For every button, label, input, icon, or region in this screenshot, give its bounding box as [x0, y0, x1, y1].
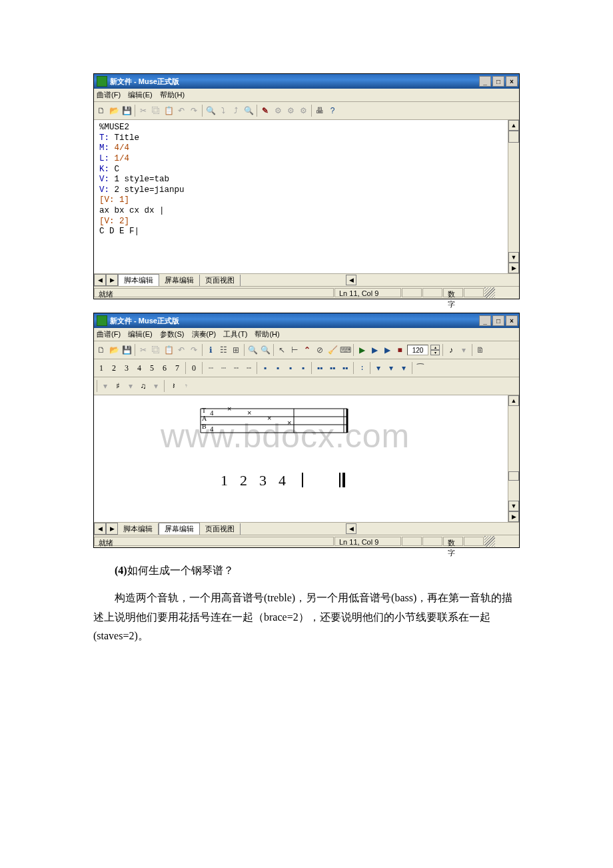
- scroll-thumb[interactable]: [508, 471, 519, 481]
- num4-button[interactable]: 4: [134, 363, 145, 373]
- menu-tools[interactable]: 工具(T): [223, 330, 247, 338]
- menu-help[interactable]: 帮助(H): [160, 91, 185, 99]
- menu-file[interactable]: 曲谱(F): [97, 330, 121, 338]
- under2-icon[interactable]: ▾: [386, 363, 396, 373]
- num5-button[interactable]: 5: [147, 363, 157, 373]
- titlebar[interactable]: 新文件 - Muse正式版 _ □ ×: [94, 313, 519, 328]
- tab-page-view[interactable]: 页面视图: [200, 523, 241, 535]
- tab-next-button[interactable]: ▶: [106, 523, 118, 535]
- tab-screen-edit[interactable]: 屏幕编辑: [159, 275, 200, 286]
- num2-button[interactable]: 2: [109, 363, 119, 373]
- rest-icon[interactable]: 𝄾: [180, 381, 191, 391]
- dropdown-icon[interactable]: ▾: [151, 381, 161, 391]
- dur2-icon[interactable]: ▪: [273, 363, 283, 373]
- erase-icon[interactable]: 🧹: [327, 345, 338, 355]
- replace-icon[interactable]: 🔍: [243, 105, 254, 116]
- tab-page-view[interactable]: 页面视图: [200, 275, 241, 286]
- play3-icon[interactable]: ▶: [382, 345, 392, 355]
- dur3-icon[interactable]: ▪: [285, 363, 296, 373]
- open-icon[interactable]: 📂: [109, 345, 119, 355]
- titlebar[interactable]: 新文件 - Muse正式版 _ □ ×: [94, 74, 519, 89]
- findprev-icon[interactable]: ⤴: [231, 105, 241, 116]
- menu-edit[interactable]: 编辑(E): [128, 91, 153, 99]
- undo-icon[interactable]: ↶: [176, 105, 187, 116]
- dropdown-icon[interactable]: ▾: [125, 381, 136, 391]
- minimize-button[interactable]: _: [479, 315, 491, 326]
- tab-screen-edit[interactable]: 屏幕编辑: [159, 523, 200, 535]
- num3-button[interactable]: 3: [121, 363, 132, 373]
- cut-icon[interactable]: ✂: [138, 345, 149, 355]
- play2-icon[interactable]: ▶: [369, 345, 380, 355]
- findnext-icon[interactable]: ⤵: [218, 105, 229, 116]
- scroll-left-arrow[interactable]: ◀: [346, 523, 356, 534]
- rest4-icon[interactable]: ╌: [243, 363, 254, 373]
- dot-icon[interactable]: ∶: [356, 363, 367, 373]
- vertical-scrollbar[interactable]: ▲ ▼ ▶: [508, 395, 519, 522]
- tie-icon[interactable]: ⁀: [415, 363, 426, 373]
- sharp-icon[interactable]: ♯: [113, 381, 123, 391]
- scroll-up-arrow[interactable]: ▲: [508, 395, 519, 406]
- zoomout-icon[interactable]: 🔍: [260, 345, 271, 355]
- beam2-icon[interactable]: ▪▪: [327, 363, 338, 373]
- dropdown-icon[interactable]: ▾: [458, 345, 469, 355]
- scroll-down-arrow[interactable]: ▼: [508, 501, 519, 511]
- dur1-icon[interactable]: ▪: [260, 363, 271, 373]
- num1-button[interactable]: 1: [96, 363, 107, 373]
- new-icon[interactable]: 🗋: [96, 105, 107, 116]
- scroll-right-arrow[interactable]: ▶: [508, 511, 519, 522]
- close-button[interactable]: ×: [506, 76, 518, 87]
- score-preview[interactable]: www.bdocx.com T A B 4 4 × ×: [94, 395, 508, 522]
- scroll-right-arrow[interactable]: ▶: [508, 263, 519, 273]
- save-icon[interactable]: 💾: [121, 105, 132, 116]
- tempo-input[interactable]: [407, 345, 428, 355]
- code-editor[interactable]: %MUSE2 T: Title M: 4/4 L: 1/4 K: C V: 1 …: [94, 120, 508, 273]
- dur4-icon[interactable]: ▪: [298, 363, 308, 373]
- menu-edit[interactable]: 编辑(E): [128, 330, 153, 338]
- open-icon[interactable]: 📂: [109, 105, 119, 116]
- num0-button[interactable]: 0: [189, 363, 199, 373]
- redo-icon[interactable]: ↷: [189, 345, 199, 355]
- zoomin-icon[interactable]: 🔍: [247, 345, 258, 355]
- resize-grip[interactable]: [484, 287, 495, 298]
- tool3-icon[interactable]: ⚙: [298, 105, 308, 116]
- play-icon[interactable]: ▶: [356, 345, 367, 355]
- scroll-down-arrow[interactable]: ▼: [508, 252, 519, 263]
- scroll-thumb[interactable]: [508, 131, 519, 143]
- rest2-icon[interactable]: ┄: [218, 363, 229, 373]
- tool-icon[interactable]: ⚙: [273, 105, 283, 116]
- vertical-scrollbar[interactable]: ▲ ▼ ▶: [508, 120, 519, 273]
- rest-icon[interactable]: 𝄽: [167, 381, 178, 391]
- pointer-icon[interactable]: ↖: [277, 345, 287, 355]
- props-icon[interactable]: ☷: [218, 345, 229, 355]
- tab-prev-button[interactable]: ◀: [94, 274, 106, 286]
- under1-icon[interactable]: ▾: [373, 363, 384, 373]
- maximize-button[interactable]: □: [492, 76, 504, 87]
- delete-icon[interactable]: ⊘: [314, 345, 325, 355]
- horizontal-scrollbar[interactable]: ◀: [346, 523, 519, 534]
- help-icon[interactable]: ?: [327, 105, 338, 116]
- under3-icon[interactable]: ▾: [398, 363, 409, 373]
- layout-icon[interactable]: ⊞: [231, 345, 241, 355]
- scroll-up-arrow[interactable]: ▲: [508, 120, 519, 131]
- paste-icon[interactable]: 📋: [163, 345, 174, 355]
- dropdown-icon[interactable]: ▾: [100, 381, 111, 391]
- maximize-button[interactable]: □: [492, 315, 504, 326]
- keyboard-icon[interactable]: ⌨: [340, 345, 350, 355]
- metronome-icon[interactable]: ⌃: [302, 345, 312, 355]
- check-icon[interactable]: ✎: [260, 105, 271, 116]
- beamed-note-icon[interactable]: ♫: [138, 381, 149, 391]
- tab-script-edit[interactable]: 脚本编辑: [118, 523, 159, 535]
- find-icon[interactable]: 🔍: [205, 105, 216, 116]
- copy-icon[interactable]: ⿻: [151, 345, 161, 355]
- horizontal-scrollbar[interactable]: ◀: [346, 275, 519, 285]
- tab-prev-button[interactable]: ◀: [94, 523, 106, 535]
- print-icon[interactable]: 🖶: [314, 105, 325, 116]
- new-icon[interactable]: 🗋: [96, 345, 107, 355]
- insert-icon[interactable]: ⊢: [289, 345, 300, 355]
- rest3-icon[interactable]: ╌: [231, 363, 241, 373]
- minimize-button[interactable]: _: [479, 76, 491, 87]
- page-icon[interactable]: 🗎: [475, 345, 486, 355]
- num6-button[interactable]: 6: [159, 363, 170, 373]
- save-icon[interactable]: 💾: [121, 345, 132, 355]
- close-button[interactable]: ×: [506, 315, 518, 326]
